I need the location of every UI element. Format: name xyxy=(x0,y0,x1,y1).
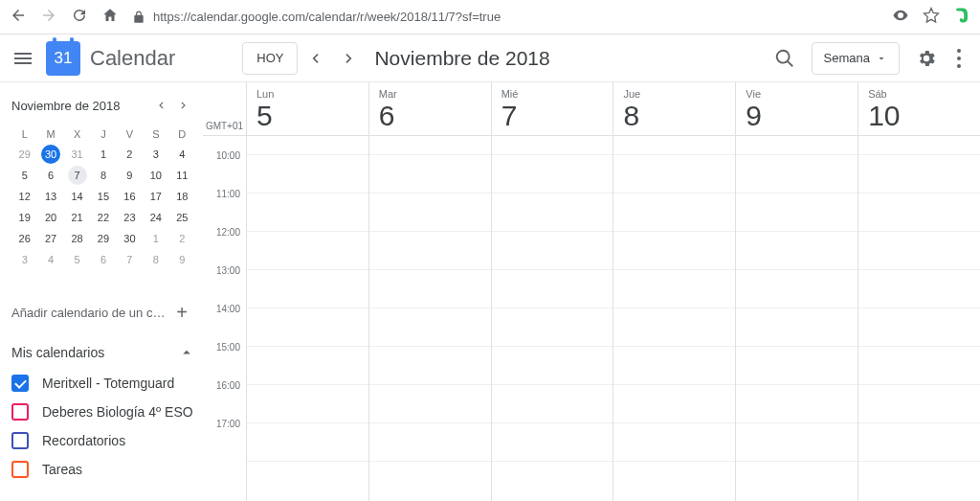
header-month-label: Noviembre de 2018 xyxy=(374,47,549,70)
day-header[interactable]: Mar6 xyxy=(369,82,492,135)
chevron-up-icon xyxy=(178,344,195,361)
day-column[interactable] xyxy=(736,136,858,501)
mini-day[interactable]: 9 xyxy=(117,165,143,186)
day-header[interactable]: Jue8 xyxy=(613,82,736,135)
search-button[interactable] xyxy=(768,41,802,76)
mini-dow: M xyxy=(37,125,63,144)
mini-prev-month[interactable] xyxy=(149,94,172,117)
prev-week-button[interactable] xyxy=(298,41,332,76)
mini-day[interactable]: 5 xyxy=(11,165,37,186)
view-selector[interactable]: Semana xyxy=(812,42,900,75)
mini-day[interactable]: 18 xyxy=(169,186,195,207)
more-apps-icon[interactable] xyxy=(949,49,969,68)
mini-day[interactable]: 17 xyxy=(143,186,168,207)
time-label: 10:00 xyxy=(203,150,246,189)
mini-day[interactable]: 8 xyxy=(143,249,168,270)
mini-day[interactable]: 12 xyxy=(11,186,37,207)
mini-day[interactable]: 1 xyxy=(143,228,168,249)
mini-day[interactable]: 6 xyxy=(37,165,63,186)
mini-day[interactable]: 27 xyxy=(37,228,63,249)
evernote-icon[interactable] xyxy=(953,7,970,27)
calendar-checkbox[interactable] xyxy=(11,432,29,449)
view-selector-label: Semana xyxy=(824,51,870,65)
day-header[interactable]: Mié7 xyxy=(492,82,614,135)
day-column[interactable] xyxy=(858,136,980,501)
mini-next-month[interactable] xyxy=(172,94,195,117)
mini-day[interactable]: 4 xyxy=(169,144,195,165)
mini-day[interactable]: 4 xyxy=(37,249,63,270)
mini-day[interactable]: 23 xyxy=(117,207,143,228)
hamburger-menu-icon[interactable] xyxy=(11,47,34,70)
settings-button[interactable] xyxy=(909,41,944,76)
day-header[interactable]: Sáb10 xyxy=(858,82,980,135)
browser-url-bar[interactable]: https://calendar.google.com/calendar/r/w… xyxy=(132,10,879,24)
mini-dow: L xyxy=(11,125,37,144)
day-columns xyxy=(247,136,980,501)
mini-day[interactable]: 7 xyxy=(117,249,143,270)
mini-day[interactable]: 16 xyxy=(117,186,143,207)
mini-day[interactable]: 5 xyxy=(64,249,90,270)
calendar-item[interactable]: Recordatorios xyxy=(11,426,195,455)
browser-forward-icon xyxy=(40,7,57,27)
mini-day[interactable]: 2 xyxy=(117,144,143,165)
mini-day[interactable]: 24 xyxy=(143,207,168,228)
week-view: GMT+01 Lun5Mar6Mié7Jue8Vie9Sáb10 10:0011… xyxy=(203,82,980,501)
mini-day[interactable]: 30 xyxy=(117,228,143,249)
browser-back-icon[interactable] xyxy=(10,7,27,27)
my-calendars-header[interactable]: Mis calendarios xyxy=(11,344,195,361)
calendar-item[interactable]: Tareas xyxy=(11,455,195,484)
add-calendar-row[interactable]: Añadir calendario de un co… + xyxy=(11,299,195,327)
day-column[interactable] xyxy=(369,136,492,501)
calendar-checkbox[interactable] xyxy=(11,403,29,421)
calendar-item[interactable]: Meritxell - Totemguard xyxy=(11,369,195,398)
day-column[interactable] xyxy=(247,136,369,501)
next-week-button[interactable] xyxy=(332,41,367,76)
day-column[interactable] xyxy=(613,136,736,501)
browser-home-icon[interactable] xyxy=(101,7,119,27)
mini-day[interactable]: 30 xyxy=(37,144,63,165)
mini-day[interactable]: 14 xyxy=(64,186,90,207)
mini-day[interactable]: 29 xyxy=(11,144,37,165)
time-label: 13:00 xyxy=(203,265,246,304)
day-dow: Lun xyxy=(256,88,368,100)
add-calendar-plus-icon[interactable]: + xyxy=(168,299,195,326)
week-grid[interactable]: 10:0011:0012:0013:0014:0015:0016:0017:00 xyxy=(203,136,980,501)
mini-day[interactable]: 3 xyxy=(143,144,168,165)
day-header[interactable]: Lun5 xyxy=(247,82,369,135)
mini-day[interactable]: 11 xyxy=(169,165,195,186)
mini-day[interactable]: 26 xyxy=(11,228,37,249)
mini-day[interactable]: 19 xyxy=(11,207,37,228)
mini-day[interactable]: 7 xyxy=(64,165,90,186)
mini-day[interactable]: 31 xyxy=(64,144,90,165)
mini-day[interactable]: 3 xyxy=(11,249,37,270)
calendar-label: Meritxell - Totemguard xyxy=(42,376,174,391)
today-button[interactable]: HOY xyxy=(242,42,298,75)
star-icon[interactable] xyxy=(923,7,940,27)
day-number: 7 xyxy=(501,100,613,131)
mini-day[interactable]: 9 xyxy=(169,249,195,270)
browser-reload-icon[interactable] xyxy=(71,7,88,27)
mini-day[interactable]: 25 xyxy=(169,207,195,228)
mini-day[interactable]: 6 xyxy=(90,249,116,270)
calendar-checkbox[interactable] xyxy=(11,461,29,478)
time-label: 15:00 xyxy=(203,342,246,380)
eye-icon[interactable] xyxy=(892,7,909,27)
day-column[interactable] xyxy=(492,136,614,501)
mini-day[interactable]: 21 xyxy=(64,207,90,228)
day-number: 8 xyxy=(623,100,735,131)
mini-day[interactable]: 28 xyxy=(64,228,90,249)
mini-day[interactable]: 29 xyxy=(90,228,116,249)
mini-day[interactable]: 22 xyxy=(90,207,116,228)
mini-day[interactable]: 20 xyxy=(37,207,63,228)
mini-day[interactable]: 2 xyxy=(169,228,195,249)
mini-day[interactable]: 15 xyxy=(90,186,116,207)
browser-chrome-bar: https://calendar.google.com/calendar/r/w… xyxy=(0,0,980,34)
mini-day[interactable]: 8 xyxy=(90,165,116,186)
mini-day[interactable]: 10 xyxy=(143,165,168,186)
day-header[interactable]: Vie9 xyxy=(736,82,858,135)
mini-day[interactable]: 1 xyxy=(90,144,116,165)
mini-day[interactable]: 13 xyxy=(37,186,63,207)
mini-dow: V xyxy=(117,125,143,144)
calendar-checkbox[interactable] xyxy=(11,375,29,392)
calendar-item[interactable]: Deberes Biología 4º ESO xyxy=(11,398,195,426)
